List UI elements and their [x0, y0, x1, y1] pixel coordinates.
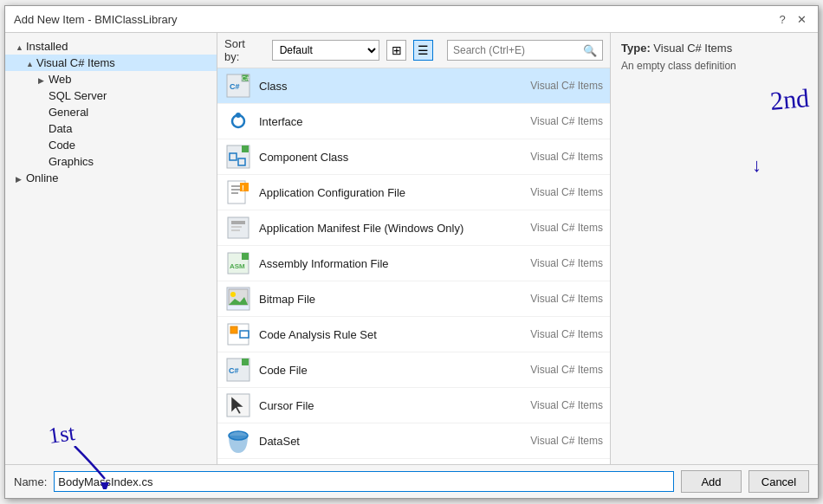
svg-text:C#: C# [230, 82, 240, 91]
item-icon-code-file: C# [224, 356, 252, 384]
item-name-dataset: DataSet [259, 435, 499, 448]
tree-item-web[interactable]: ▶Web [5, 71, 217, 87]
svg-point-25 [230, 292, 236, 297]
annotation-2nd: 2nd [769, 83, 811, 116]
list-item-class[interactable]: C#C# Class Visual C# Items [217, 68, 610, 104]
type-label: Type: [621, 42, 651, 55]
item-category-component-class: Visual C# Items [499, 151, 603, 163]
list-item-assembly-info[interactable]: ASM Assembly Information File Visual C# … [217, 246, 610, 281]
tree-item-visual-cs-items[interactable]: ▲Visual C# Items [5, 55, 217, 71]
item-name-cursor-file: Cursor File [259, 399, 499, 412]
title-bar-controls: ? ✕ [774, 11, 809, 27]
search-input[interactable] [453, 44, 583, 56]
item-category-code-analysis: Visual C# Items [499, 328, 603, 340]
item-icon-cursor-file [224, 391, 252, 419]
svg-rect-21 [242, 253, 249, 260]
item-category-assembly-info: Visual C# Items [499, 257, 603, 269]
list-item-interface[interactable]: Interface Visual C# Items [217, 104, 610, 139]
arrow-2nd: ↓ [752, 154, 761, 177]
cancel-button[interactable]: Cancel [748, 470, 809, 493]
item-category-code-file: Visual C# Items [499, 364, 603, 376]
item-name-component-class: Component Class [259, 151, 499, 164]
main-content: ▲Installed▲Visual C# Items▶WebSQL Server… [5, 33, 818, 464]
list-item-code-analysis[interactable]: Code Analysis Rule Set Visual C# Items [217, 317, 610, 352]
type-value: Visual C# Items [653, 42, 732, 55]
item-icon-assembly-info: ASM [224, 249, 252, 277]
svg-rect-7 [242, 145, 249, 152]
items-container: C#C# Class Visual C# Items Interface Vis… [217, 68, 610, 464]
item-icon-component-class [224, 143, 252, 171]
item-category-app-manifest: Visual C# Items [499, 222, 603, 234]
list-item-bitmap-file[interactable]: Bitmap File Visual C# Items [217, 281, 610, 317]
svg-rect-19 [231, 229, 240, 231]
item-category-cursor-file: Visual C# Items [499, 399, 603, 411]
svg-text:!: ! [242, 184, 244, 192]
tree-item-online[interactable]: ▶Online [5, 170, 217, 186]
left-panel: ▲Installed▲Visual C# Items▶WebSQL Server… [5, 33, 217, 464]
dialog-title: Add New Item - BMIClassLibrary [14, 13, 178, 26]
tree-item-sql-server[interactable]: SQL Server [5, 87, 217, 104]
list-item-app-config[interactable]: ! Application Configuration File Visual … [217, 175, 610, 210]
svg-point-5 [236, 113, 241, 118]
item-name-bitmap-file: Bitmap File [259, 293, 499, 306]
item-icon-bitmap-file [224, 285, 252, 313]
add-button[interactable]: Add [681, 470, 742, 493]
svg-text:C#: C# [229, 366, 239, 375]
type-info: Type: Visual C# Items [621, 42, 807, 55]
item-icon-code-analysis [224, 320, 252, 348]
close-button[interactable]: ✕ [794, 11, 809, 27]
svg-text:ASM: ASM [230, 262, 245, 270]
item-name-code-file: Code File [259, 364, 499, 377]
help-button[interactable]: ? [774, 11, 790, 27]
sort-select[interactable]: Default Name Type [272, 40, 379, 61]
search-box: 🔍 [447, 40, 603, 61]
tree-container: ▲Installed▲Visual C# Items▶WebSQL Server… [5, 38, 217, 186]
svg-rect-18 [231, 226, 242, 228]
tree-item-data[interactable]: Data [5, 120, 217, 137]
tree-item-graphics[interactable]: Graphics [5, 153, 217, 170]
bottom-bar: 1st Name: Add Cancel [5, 464, 818, 498]
item-icon-interface [224, 107, 252, 135]
item-category-class: Visual C# Items [499, 80, 603, 92]
item-category-dataset: Visual C# Items [499, 435, 603, 447]
list-item-dataset[interactable]: DataSet Visual C# Items [217, 423, 610, 459]
item-name-interface: Interface [259, 115, 499, 128]
list-item-component-class[interactable]: Component Class Visual C# Items [217, 139, 610, 175]
search-icon: 🔍 [583, 44, 597, 57]
toolbar-row: Sort by: Default Name Type ⊞ ☰ 🔍 [217, 33, 610, 68]
name-label: Name: [14, 475, 47, 488]
tree-item-installed[interactable]: ▲Installed [5, 38, 217, 55]
svg-rect-17 [231, 221, 245, 224]
item-name-app-manifest: Application Manifest File (Windows Only) [259, 222, 499, 235]
item-icon-app-config: ! [224, 178, 252, 206]
item-name-code-analysis: Code Analysis Rule Set [259, 328, 499, 341]
list-view-button[interactable]: ☰ [413, 40, 433, 61]
item-category-interface: Visual C# Items [499, 115, 603, 127]
name-input[interactable] [54, 471, 674, 492]
sort-label: Sort by: [224, 37, 262, 63]
item-icon-app-manifest [224, 214, 252, 242]
item-name-class: Class [259, 80, 499, 93]
svg-rect-29 [242, 359, 249, 365]
add-new-item-dialog: Add New Item - BMIClassLibrary ? ✕ ▲Inst… [4, 5, 819, 499]
items-list: C#C# Class Visual C# Items Interface Vis… [217, 68, 610, 464]
svg-text:C#: C# [242, 75, 249, 81]
svg-rect-27 [230, 326, 237, 333]
item-name-app-config: Application Configuration File [259, 186, 499, 199]
tree-item-general[interactable]: General [5, 104, 217, 120]
center-panel: Sort by: Default Name Type ⊞ ☰ 🔍 C#C# [217, 33, 610, 464]
item-category-app-config: Visual C# Items [499, 186, 603, 198]
title-bar: Add New Item - BMIClassLibrary ? ✕ [5, 6, 818, 33]
list-item-cursor-file[interactable]: Cursor File Visual C# Items [217, 388, 610, 423]
item-name-assembly-info: Assembly Information File [259, 257, 499, 270]
list-item-code-file[interactable]: C# Code File Visual C# Items [217, 352, 610, 388]
right-panel: Type: Visual C# Items An empty class def… [610, 33, 818, 464]
type-description: An empty class definition [621, 60, 807, 72]
tree-item-code[interactable]: Code [5, 137, 217, 153]
item-icon-dataset [224, 427, 252, 455]
grid-view-button[interactable]: ⊞ [386, 40, 406, 61]
item-category-bitmap-file: Visual C# Items [499, 293, 603, 305]
list-item-app-manifest[interactable]: Application Manifest File (Windows Only)… [217, 210, 610, 246]
item-icon-class: C#C# [224, 72, 252, 100]
